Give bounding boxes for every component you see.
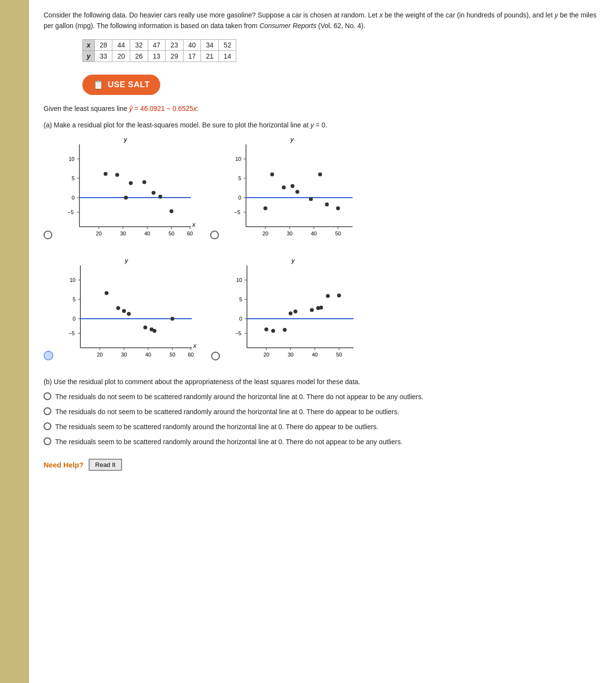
svg-point-56 — [309, 197, 313, 201]
svg-text:50: 50 — [336, 352, 342, 357]
svg-point-30 — [169, 209, 173, 213]
svg-point-120 — [326, 294, 330, 298]
svg-point-90 — [170, 317, 174, 321]
need-help-row: Need Help? Read It — [44, 459, 601, 471]
svg-text:60: 60 — [188, 352, 194, 357]
graphs-top-row: y 10 5 0 −5 20 — [44, 135, 601, 246]
svg-point-89 — [153, 329, 156, 333]
y-val-8: 14 — [218, 50, 236, 62]
svg-text:40: 40 — [145, 352, 151, 357]
radio-b-1-label: The residuals do not seem to be scattere… — [55, 392, 423, 402]
svg-point-114 — [289, 311, 293, 315]
graph-3: y 10 5 0 −5 20 30 40 — [56, 256, 197, 367]
svg-text:y: y — [124, 257, 129, 264]
svg-text:0: 0 — [239, 316, 242, 322]
x-val-5: 23 — [166, 39, 184, 50]
svg-point-112 — [271, 329, 275, 333]
svg-point-52 — [270, 172, 274, 176]
svg-text:5: 5 — [239, 296, 242, 302]
svg-point-85 — [122, 309, 126, 313]
least-squares-equation: Given the least squares line ŷ = 46.0921… — [44, 105, 601, 112]
svg-text:60: 60 — [187, 231, 193, 236]
svg-text:−5: −5 — [235, 330, 241, 336]
svg-text:y: y — [123, 136, 128, 143]
y-val-2: 20 — [112, 50, 130, 62]
radio-b-4[interactable] — [44, 437, 51, 445]
svg-text:10: 10 — [69, 156, 75, 162]
x-val-4: 47 — [148, 39, 166, 50]
svg-text:5: 5 — [238, 175, 241, 181]
graph-2: y 10 5 0 −5 20 30 40 — [222, 135, 362, 246]
y-val-4: 13 — [148, 50, 166, 62]
svg-text:−5: −5 — [68, 330, 75, 336]
y-val-3: 26 — [130, 50, 148, 62]
graph-1: y 10 5 0 −5 20 — [55, 135, 196, 246]
svg-point-54 — [291, 184, 294, 188]
svg-point-118 — [319, 306, 323, 310]
graph-option-2: y 10 5 0 −5 20 30 40 — [210, 135, 362, 246]
svg-point-116 — [310, 308, 314, 312]
svg-text:50: 50 — [335, 231, 341, 236]
radio-graph-4[interactable] — [211, 352, 220, 360]
svg-point-87 — [143, 326, 147, 329]
y-val-1: 33 — [94, 50, 112, 62]
y-val-6: 17 — [183, 50, 201, 62]
radio-graph-2[interactable] — [210, 231, 219, 239]
svg-point-111 — [264, 327, 268, 331]
svg-text:20: 20 — [96, 231, 102, 236]
radio-b-1[interactable] — [44, 392, 51, 400]
use-salt-button[interactable]: 📋 USE SALT — [82, 75, 160, 95]
read-it-button[interactable]: Read It — [89, 459, 123, 471]
svg-point-27 — [104, 172, 108, 176]
radio-b-4-label: The residuals seem to be scattered rando… — [55, 437, 402, 447]
svg-text:−5: −5 — [234, 209, 240, 215]
svg-point-83 — [105, 291, 108, 295]
svg-text:30: 30 — [121, 352, 127, 357]
svg-point-28 — [142, 180, 146, 184]
radio-graph-1[interactable] — [44, 231, 52, 239]
x-val-3: 32 — [130, 39, 148, 50]
svg-text:40: 40 — [311, 231, 317, 236]
x-val-8: 52 — [218, 39, 236, 50]
radio-option-4: The residuals seem to be scattered rando… — [44, 437, 601, 447]
radio-graph-3[interactable] — [44, 351, 53, 360]
svg-point-55 — [295, 190, 299, 194]
part-b-title: (b) Use the residual plot to comment abo… — [44, 377, 601, 387]
svg-text:−5: −5 — [67, 209, 74, 215]
svg-text:20: 20 — [263, 352, 269, 357]
svg-point-51 — [263, 206, 267, 210]
svg-point-84 — [116, 306, 120, 310]
svg-text:30: 30 — [120, 231, 126, 236]
use-salt-label: USE SALT — [108, 80, 150, 90]
svg-point-113 — [283, 328, 287, 332]
intro-paragraph: Consider the following data. Do heavier … — [44, 10, 601, 31]
svg-text:0: 0 — [73, 316, 76, 322]
graph-option-3: y 10 5 0 −5 20 30 40 — [44, 256, 197, 367]
graph-option-4: y 10 5 0 −5 20 30 40 — [211, 256, 363, 367]
svg-text:x: x — [192, 221, 196, 228]
radio-b-3-label: The residuals seem to be scattered rando… — [55, 422, 378, 432]
svg-point-29 — [129, 181, 133, 185]
svg-point-115 — [293, 310, 297, 313]
svg-point-58 — [325, 202, 329, 206]
main-content: Consider the following data. Do heavier … — [29, 0, 616, 683]
svg-point-59 — [336, 206, 340, 210]
radio-b-2-label: The residuals do not seem to be scattere… — [55, 407, 399, 417]
svg-text:0: 0 — [238, 195, 241, 201]
radio-b-3[interactable] — [44, 422, 51, 430]
svg-text:30: 30 — [287, 231, 293, 236]
svg-text:5: 5 — [72, 175, 75, 181]
svg-point-57 — [318, 172, 322, 176]
graph-4: y 10 5 0 −5 20 30 40 — [223, 256, 363, 367]
salt-icon: 📋 — [93, 79, 104, 90]
graphs-bottom-row: y 10 5 0 −5 20 30 40 — [44, 256, 601, 367]
svg-text:50: 50 — [169, 352, 175, 357]
svg-text:5: 5 — [73, 296, 76, 302]
x-label: x — [83, 39, 95, 50]
svg-text:0: 0 — [72, 195, 75, 201]
svg-point-119 — [337, 294, 341, 297]
part-b-section: (b) Use the residual plot to comment abo… — [44, 377, 601, 447]
svg-point-26 — [158, 195, 162, 199]
svg-text:10: 10 — [70, 277, 76, 283]
radio-b-2[interactable] — [44, 407, 51, 415]
